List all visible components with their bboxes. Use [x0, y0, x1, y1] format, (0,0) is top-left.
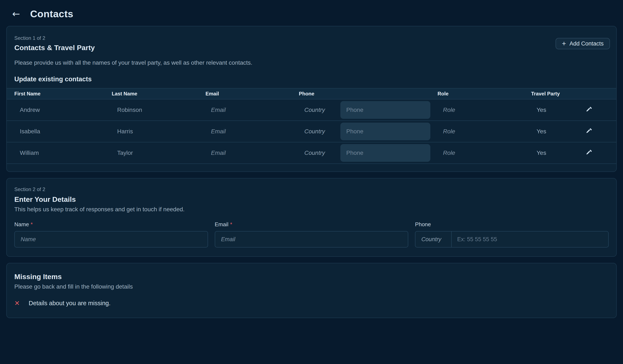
edit-contact-button[interactable] [584, 105, 594, 115]
page-title: Contacts [30, 8, 73, 20]
column-header: Email [205, 91, 299, 97]
phone-field-group: Phone Country [415, 221, 609, 248]
table-row: William Taylor Email Country Role Yes [7, 142, 616, 164]
pencil-icon [585, 128, 592, 135]
required-asterisk: * [230, 221, 232, 228]
phone-input[interactable] [340, 144, 430, 162]
details-fields-row: Name * Email * Phone Country [14, 221, 609, 248]
country-select[interactable]: Country [415, 232, 452, 247]
error-x-icon: ✕ [14, 300, 20, 306]
last-name-cell: Robinson [112, 107, 205, 113]
column-header: First Name [7, 91, 112, 97]
phone-label-text: Phone [415, 221, 431, 228]
email-label-text: Email [215, 221, 228, 228]
edit-contact-button[interactable] [584, 148, 594, 158]
section1-title: Contacts & Travel Party [14, 43, 95, 52]
column-header: Phone [299, 91, 438, 97]
section1-kicker: Section 1 of 2 [14, 35, 95, 41]
email-field[interactable]: Email [211, 107, 226, 113]
add-contacts-button[interactable]: + Add Contacts [556, 38, 610, 49]
name-field-group: Name * [14, 221, 208, 248]
phone-input[interactable] [340, 123, 430, 140]
country-select[interactable]: Country [299, 107, 340, 113]
add-contacts-label: Add Contacts [569, 41, 604, 47]
email-field[interactable]: Email [211, 150, 226, 156]
first-name-cell: William [7, 150, 112, 156]
phone-cell: Country [299, 123, 438, 140]
page-header: ← Contacts [0, 0, 623, 20]
email-input[interactable] [215, 231, 408, 248]
role-select[interactable]: Role [443, 128, 455, 135]
table-header-row: First NameLast NameEmailPhoneRoleTravel … [7, 88, 616, 99]
role-select[interactable]: Role [443, 107, 455, 113]
missing-items-description: Please go back and fill in the following… [14, 283, 609, 290]
country-select[interactable]: Country [299, 150, 340, 156]
plus-icon: + [562, 40, 566, 47]
phone-cell: Country [299, 101, 438, 119]
back-arrow-icon: ← [12, 8, 20, 19]
email-field[interactable]: Email [211, 128, 226, 135]
last-name-cell: Taylor [112, 150, 205, 156]
update-existing-contacts-heading: Update existing contacts [7, 75, 616, 83]
travel-party-cell: Yes [531, 150, 579, 156]
section2-kicker: Section 2 of 2 [14, 186, 609, 192]
missing-item-text: Details about you are missing. [29, 300, 111, 307]
table-body: Andrew Robinson Email Country Role Yes I… [7, 99, 616, 164]
enter-your-details-card: Section 2 of 2 Enter Your Details This h… [6, 178, 617, 257]
pencil-icon [585, 107, 592, 113]
phone-input[interactable] [340, 101, 430, 119]
section2-title: Enter Your Details [14, 195, 609, 203]
missing-items-card: Missing Items Please go back and fill in… [6, 263, 617, 318]
name-label-text: Name [14, 221, 29, 228]
country-select[interactable]: Country [299, 128, 340, 135]
last-name-cell: Harris [112, 128, 205, 135]
phone-input[interactable] [452, 232, 608, 247]
email-field-group: Email * [215, 221, 408, 248]
first-name-cell: Andrew [7, 107, 112, 113]
contacts-table: First NameLast NameEmailPhoneRoleTravel … [7, 88, 616, 164]
missing-item-row: ✕ Details about you are missing. [14, 300, 609, 307]
first-name-cell: Isabella [7, 128, 112, 135]
column-header: Travel Party [531, 91, 579, 97]
column-header: Role [438, 91, 531, 97]
missing-items-title: Missing Items [14, 273, 609, 281]
section2-description: This helps us keep track of responses an… [14, 206, 609, 213]
contacts-page: ← Contacts Section 1 of 2 Contacts & Tra… [0, 0, 623, 318]
email-label: Email * [215, 221, 408, 228]
travel-party-cell: Yes [531, 107, 579, 113]
back-button[interactable]: ← [11, 8, 21, 19]
edit-contact-button[interactable] [584, 127, 594, 136]
section1-description: Please provide us with all the names of … [7, 59, 616, 66]
role-select[interactable]: Role [443, 150, 455, 156]
pencil-icon [585, 150, 592, 156]
missing-items-list: ✕ Details about you are missing. [14, 300, 609, 307]
contacts-travel-party-card: Section 1 of 2 Contacts & Travel Party +… [6, 26, 617, 172]
travel-party-cell: Yes [531, 128, 579, 135]
name-input[interactable] [14, 231, 208, 248]
required-asterisk: * [31, 221, 33, 228]
table-row: Isabella Harris Email Country Role Yes [7, 121, 616, 142]
column-header: Last Name [112, 91, 205, 97]
card-header-row: Section 1 of 2 Contacts & Travel Party +… [7, 35, 616, 52]
phone-label: Phone [415, 221, 609, 228]
phone-cell: Country [299, 144, 438, 162]
name-label: Name * [14, 221, 208, 228]
phone-input-group: Country [415, 231, 609, 248]
table-row: Andrew Robinson Email Country Role Yes [7, 99, 616, 121]
